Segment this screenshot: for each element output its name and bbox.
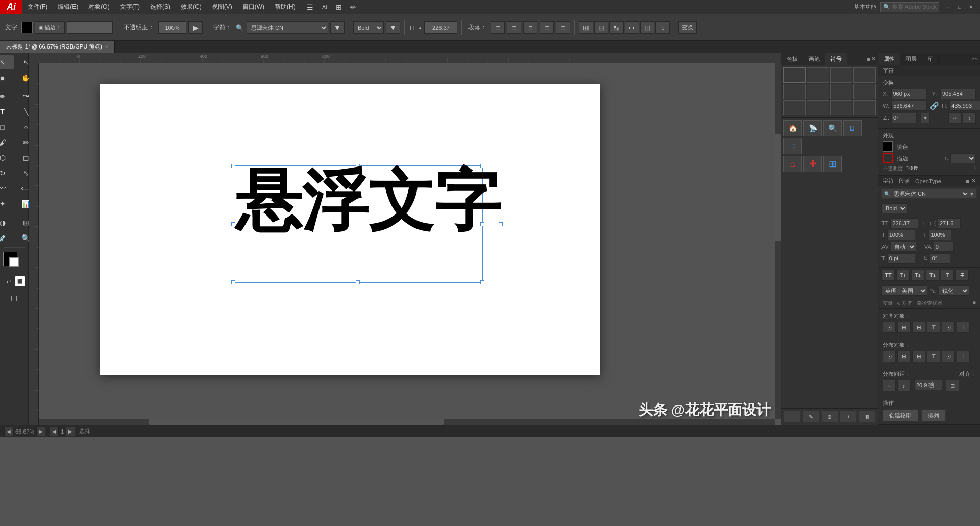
font-size-input[interactable] — [424, 21, 457, 34]
zoom-out-btn[interactable]: ◀ — [4, 427, 13, 436]
handle-ml[interactable] — [231, 222, 235, 226]
menu-window[interactable]: 窗口(W) — [237, 0, 270, 14]
symbol-place-btn[interactable]: ≡ — [783, 411, 801, 423]
panel-close-btn[interactable]: ✕ — [871, 56, 876, 62]
baseline-prop[interactable] — [887, 253, 915, 264]
sym-icon-printer[interactable]: 🖨 — [783, 138, 802, 154]
transform-btn[interactable]: 变换 — [678, 21, 697, 34]
menu-object[interactable]: 对象(O) — [83, 0, 114, 14]
text-tool[interactable]: T — [0, 105, 14, 119]
dist-space-h-btn[interactable]: ↔ — [883, 380, 896, 391]
handle-bl[interactable] — [231, 280, 235, 284]
dist-align-icon-btn[interactable]: ⊡ — [946, 380, 959, 391]
menu-icon-3[interactable]: ⊞ — [333, 2, 345, 13]
align-vcenter-obj-btn[interactable]: ⊡ — [942, 322, 955, 333]
menu-view[interactable]: 视图(V) — [207, 0, 237, 14]
font-name-select[interactable]: 思源宋体 CN — [890, 188, 969, 199]
font-select-arrow[interactable]: ▼ — [969, 191, 974, 197]
next-page-btn[interactable]: ▶ — [66, 427, 75, 436]
sym-icon-display[interactable]: 🖥 — [843, 120, 862, 136]
symbol-new-btn[interactable]: + — [840, 411, 857, 423]
text-rows-btn[interactable]: ⊟ — [594, 21, 608, 34]
subscript-btn[interactable]: T1 — [926, 270, 939, 281]
lock-ratio-btn[interactable]: 🔗 — [930, 102, 939, 110]
menu-icon-2[interactable]: Ai — [319, 2, 330, 13]
h-input[interactable] — [949, 101, 980, 111]
brush-tool[interactable]: 🖌 — [0, 135, 14, 150]
flip-v-btn[interactable]: ↕ — [963, 112, 976, 124]
symbol-item-7[interactable] — [830, 84, 853, 99]
angle-dropdown-btn[interactable]: ▼ — [921, 113, 930, 123]
stroke-preview[interactable] — [883, 153, 893, 163]
flip-h-btn[interactable]: ↔ — [948, 112, 962, 124]
artboard-tool[interactable]: ▣ — [0, 70, 14, 85]
sym-icon-grid[interactable]: ⊞ — [823, 156, 842, 172]
tab-libraries[interactable]: 库 — [922, 53, 939, 65]
close-button[interactable]: ✕ — [966, 2, 976, 12]
symbol-spray-tool[interactable]: ✦ — [0, 197, 14, 211]
tab-layers[interactable]: 图层 — [900, 53, 922, 65]
default-colors-btn[interactable]: ⬛ — [15, 276, 25, 286]
opacity-arrow[interactable]: ▶ — [188, 21, 203, 34]
rotation-prop[interactable] — [930, 253, 950, 264]
dist-left-btn[interactable]: ⊡ — [883, 351, 896, 362]
char-panel-options[interactable]: ≡ — [966, 178, 969, 184]
handle-bc[interactable] — [356, 280, 360, 284]
dist-top-btn[interactable]: ⊤ — [927, 351, 940, 362]
menu-help[interactable]: 帮助(H) — [270, 0, 301, 14]
sym-icon-home[interactable]: 🏠 — [783, 120, 802, 136]
symbol-item-2[interactable] — [807, 67, 829, 83]
angle-input[interactable] — [891, 113, 917, 123]
vertical-scrollbar-thumb[interactable] — [775, 134, 781, 241]
align-left-obj-btn[interactable]: ⊡ — [883, 322, 896, 333]
eyedropper-tool[interactable]: 💉 — [0, 231, 14, 245]
symbol-edit-btn[interactable]: ✎ — [802, 411, 820, 423]
sym-icon-search[interactable]: 🔍 — [823, 120, 842, 136]
tab-close-btn[interactable]: × — [105, 44, 108, 50]
prev-page-btn[interactable]: ◀ — [50, 427, 59, 436]
tracking-prop[interactable] — [934, 242, 954, 252]
horizontal-scrollbar-thumb[interactable] — [149, 419, 444, 425]
kerning-select[interactable]: 自动 — [891, 242, 916, 252]
antialiasing-select[interactable]: 锐化 — [939, 285, 969, 296]
dist-value-input[interactable] — [914, 380, 942, 390]
symbol-item-4[interactable] — [853, 67, 876, 83]
symbol-item-8[interactable] — [853, 84, 876, 99]
font-family-select[interactable]: 思源宋体 CN — [247, 21, 328, 34]
canvas-text[interactable]: 悬浮文字 — [235, 168, 501, 234]
stroke-btn[interactable]: ▣ 描边： — [35, 21, 65, 34]
symbol-item-10[interactable] — [807, 100, 829, 115]
create-outline-btn[interactable]: 创建轮廓 — [883, 409, 918, 421]
arrange-btn[interactable]: 排列 — [921, 409, 946, 421]
pen-tool[interactable]: ✒ — [0, 89, 14, 104]
symbol-item-6[interactable] — [807, 84, 829, 99]
y-input[interactable] — [940, 89, 976, 99]
restore-button[interactable]: □ — [954, 2, 965, 12]
text-flow-btn[interactable]: ↹ — [609, 21, 624, 34]
symbol-item-9[interactable] — [783, 100, 806, 115]
zoom-in-btn[interactable]: ▶ — [36, 427, 45, 436]
change-screen-mode-btn[interactable]: □ — [3, 291, 26, 305]
dist-hcenter-btn[interactable]: ⊞ — [897, 351, 911, 362]
x-input[interactable] — [891, 89, 927, 99]
menu-select[interactable]: 选择(S) — [145, 0, 176, 14]
symbol-item-3[interactable] — [830, 67, 853, 83]
handle-tl[interactable] — [231, 164, 235, 168]
handle-br[interactable] — [480, 280, 484, 284]
text-chart-btn[interactable]: ↕ — [655, 21, 670, 34]
symbol-item-1[interactable] — [783, 67, 806, 83]
leading-prop[interactable] — [938, 218, 961, 228]
align-justify-btn[interactable]: ≡ — [540, 21, 554, 34]
gradient-tool[interactable]: ◑ — [0, 216, 14, 230]
align-left-btn[interactable]: ≡ — [491, 21, 505, 34]
fill-preview[interactable] — [883, 141, 893, 152]
minimize-button[interactable]: ─ — [943, 2, 953, 12]
menu-effect[interactable]: 效果(C) — [176, 0, 207, 14]
menu-file[interactable]: 文件(F) — [22, 0, 53, 14]
symbol-break-btn[interactable]: ⊗ — [821, 411, 839, 423]
opacity-more-btn[interactable]: › — [974, 165, 976, 171]
text-cols2-btn[interactable]: ⊡ — [640, 21, 654, 34]
dist-space-v-btn[interactable]: ↕ — [897, 380, 911, 391]
align-top-obj-btn[interactable]: ⊤ — [927, 322, 940, 333]
menu-edit[interactable]: 编辑(E) — [53, 0, 83, 14]
